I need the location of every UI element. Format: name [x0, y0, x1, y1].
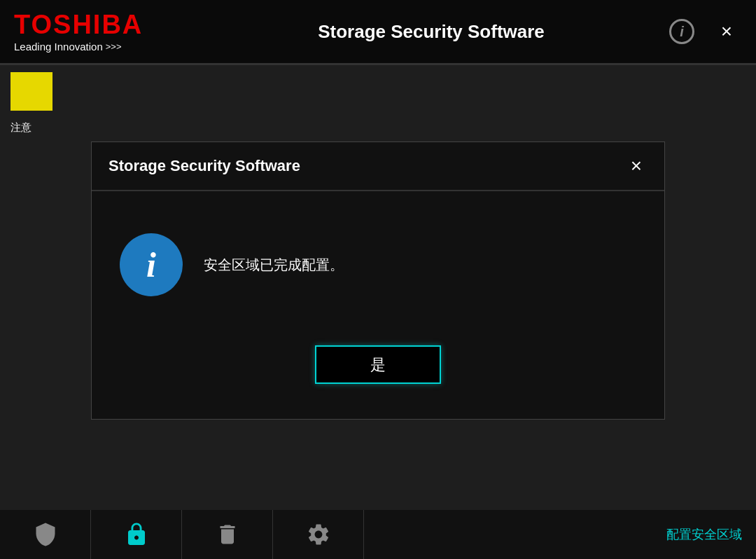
- window-close-button[interactable]: ×: [711, 16, 742, 47]
- dialog-close-button[interactable]: ×: [625, 155, 648, 177]
- footer-status-text: 配置安全区域: [666, 526, 742, 543]
- footer-lock-section[interactable]: [91, 510, 182, 559]
- shield-icon: [33, 522, 58, 547]
- tagline-text: Leading Innovation: [14, 41, 103, 53]
- logo-tagline: Leading Innovation >>>: [14, 41, 196, 53]
- logo-arrows: >>>: [106, 41, 122, 52]
- close-icon: ×: [721, 22, 732, 41]
- info-letter-icon: i: [146, 247, 156, 282]
- info-button[interactable]: i: [666, 16, 697, 47]
- dialog-body: i 安全区域已完成配置。: [92, 191, 664, 331]
- gear-icon: [306, 522, 331, 547]
- footer-taskbar: 配置安全区域: [0, 510, 756, 559]
- footer-trash-section[interactable]: [182, 510, 273, 559]
- info-circle-icon: i: [669, 19, 694, 44]
- dialog-footer: 是: [92, 331, 664, 419]
- dialog-message: 安全区域已完成配置。: [204, 256, 636, 275]
- dialog-overlay: Storage Security Software × i 安全区域已完成配置。…: [0, 65, 756, 510]
- dialog-title: Storage Security Software: [108, 157, 300, 175]
- app-header: TOSHIBA Leading Innovation >>> Storage S…: [0, 0, 756, 63]
- footer-right: 配置安全区域: [364, 526, 756, 543]
- logo-section: TOSHIBA Leading Innovation >>>: [14, 11, 196, 53]
- dialog-box: Storage Security Software × i 安全区域已完成配置。…: [91, 142, 665, 420]
- yes-button[interactable]: 是: [315, 345, 441, 384]
- trash-icon: [215, 522, 240, 547]
- dialog-header: Storage Security Software ×: [92, 142, 664, 191]
- header-icons: i ×: [666, 16, 742, 47]
- toshiba-logo: TOSHIBA: [14, 11, 196, 38]
- footer-shield-section[interactable]: [0, 510, 91, 559]
- app-title: Storage Security Software: [196, 21, 666, 43]
- footer-gear-section[interactable]: [273, 510, 364, 559]
- lock-icon: [124, 522, 149, 547]
- main-content: 注意 Storage Security Software × i 安全区域已完成…: [0, 65, 756, 510]
- info-icon-large: i: [120, 233, 183, 296]
